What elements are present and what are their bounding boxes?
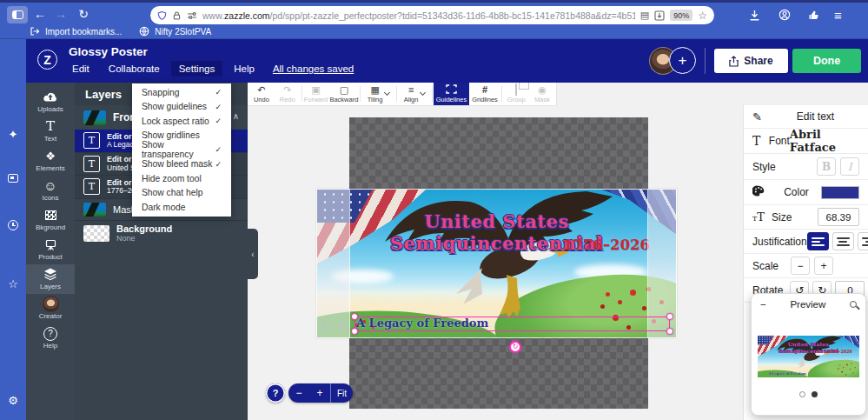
scale-down-button[interactable]: − — [791, 257, 810, 275]
account-button[interactable] — [779, 5, 791, 24]
menu-item-lock-aspect-ratio[interactable]: Lock aspect ratio✓ — [132, 114, 231, 129]
zoom-fit-button[interactable]: Fit — [331, 389, 353, 398]
menu-item-snapping[interactable]: Snapping✓ — [132, 85, 231, 100]
back-button[interactable]: ← — [31, 4, 49, 23]
redo-button[interactable]: ↷ Redo — [275, 83, 301, 105]
sidebar-toggle-button[interactable] — [7, 6, 28, 23]
panel-collapse-handle[interactable]: ‹ — [248, 229, 258, 279]
menu-item-show-transparency[interactable]: Show transparency✓ — [132, 143, 231, 157]
font-size-icon: TT — [752, 210, 772, 223]
done-button[interactable]: Done — [792, 49, 861, 73]
downloads-button[interactable] — [749, 5, 760, 24]
zoom-out-button[interactable]: − — [288, 387, 309, 399]
mask-button[interactable]: ◉ Mask — [529, 83, 555, 105]
forward-button[interactable]: ▣ Forward — [303, 83, 329, 105]
permissions-icon[interactable] — [187, 10, 197, 21]
refresh-button[interactable]: ↻ — [75, 4, 92, 23]
group-button[interactable]: Group — [503, 83, 529, 105]
bookmark-star-icon[interactable]: ☆ — [698, 10, 707, 21]
share-button[interactable]: Share — [714, 49, 788, 73]
font-row[interactable]: T Font Abril Fatface — [744, 129, 868, 154]
text-layer-icon: T — [83, 156, 100, 172]
scale-up-button[interactable]: + — [814, 257, 833, 275]
sidebar-item-background[interactable]: Bkground — [26, 205, 75, 235]
page-dot[interactable] — [812, 391, 818, 397]
bookmark-item[interactable]: Nifty 2SlotPVA — [155, 27, 211, 37]
sidebar-item-elements[interactable]: ❖ Elements — [26, 146, 75, 176]
sparkle-icon[interactable]: ✦ — [0, 128, 26, 141]
canvas[interactable]: ↶ Undo ↷ Redo ▣ Forward ▢ Backward — [248, 83, 743, 420]
app-menu-bar: Edit Collaborate Settings Help All chang… — [64, 61, 354, 77]
forward-button[interactable]: → — [52, 4, 70, 23]
justify-left-button[interactable] — [807, 232, 829, 250]
menu-settings[interactable]: Settings — [171, 61, 223, 77]
send-backward-icon: ▢ — [340, 84, 348, 95]
zoom-in-button[interactable]: + — [309, 387, 330, 399]
saved-status[interactable]: All changes saved — [273, 63, 354, 74]
add-collaborator-button[interactable]: + — [669, 47, 696, 74]
menu-help[interactable]: Help — [226, 61, 262, 77]
tab-manager-icon[interactable] — [0, 174, 26, 183]
text-layer-icon: T — [83, 178, 100, 195]
preview-thumbnail[interactable]: United States Semiquincentennial 1776–20… — [758, 336, 859, 377]
resize-handle-ne[interactable] — [666, 313, 673, 320]
font-value[interactable]: Abril Fatface — [790, 128, 859, 154]
preview-collapse-button[interactable]: − — [760, 299, 766, 310]
bold-button[interactable]: B — [817, 157, 836, 176]
selection-box[interactable] — [354, 317, 670, 331]
zoom-level-badge[interactable]: 90% — [670, 10, 692, 21]
magnifier-icon[interactable] — [850, 301, 857, 308]
settings-gear-icon[interactable]: ⚙ — [0, 394, 26, 407]
bookmarks-icon[interactable]: ☆ — [0, 277, 26, 290]
bookmark-import[interactable]: Import bookmarks... — [45, 27, 122, 37]
sidebar-item-layers[interactable]: Layers — [26, 264, 75, 294]
guidelines-button[interactable]: Guidelines — [434, 83, 468, 105]
align-button[interactable]: ≡ Align — [398, 83, 432, 105]
size-row[interactable]: TT Size — [744, 205, 868, 230]
save-page-icon[interactable] — [654, 10, 665, 21]
chevron-up-icon[interactable]: ∧ — [233, 111, 239, 121]
app-header: Z Glossy Poster Edit Collaborate Setting… — [26, 39, 868, 83]
menu-item-show-bleed-mask[interactable]: Show bleed mask✓ — [132, 157, 231, 172]
menu-edit[interactable]: Edit — [64, 61, 97, 77]
sidebar-item-help[interactable]: ? Help — [26, 323, 75, 353]
page-dot[interactable] — [799, 391, 805, 397]
lock-icon[interactable] — [172, 10, 182, 21]
gridlines-button[interactable]: # Gridlines — [469, 83, 501, 105]
edit-text-row[interactable]: ✎ Edit text — [744, 105, 868, 129]
menu-item-hide-zoom-tool[interactable]: Hide zoom tool — [132, 171, 231, 186]
size-input[interactable] — [818, 208, 859, 226]
backward-button[interactable]: ▢ Backward — [328, 83, 359, 105]
layer-row-background[interactable]: Background None — [75, 220, 248, 246]
menu-collaborate[interactable]: Collaborate — [101, 61, 168, 77]
resize-handle-nw[interactable] — [351, 313, 358, 320]
italic-button[interactable]: I — [840, 157, 859, 176]
menu-item-show-chat-help[interactable]: Show chat help — [132, 186, 231, 201]
reader-mode-icon[interactable]: ▤ — [640, 10, 649, 20]
resize-handle-sw[interactable] — [351, 328, 358, 335]
rotate-handle[interactable]: ↻ — [509, 341, 521, 353]
canvas-help-button[interactable]: ? — [266, 383, 285, 403]
shield-icon[interactable] — [157, 10, 167, 21]
history-icon[interactable] — [0, 220, 26, 230]
design-canvas[interactable]: United States Semiquincentennial 1776–20… — [317, 190, 676, 337]
design-years-text[interactable]: 1776–2026 — [563, 237, 650, 253]
sidebar-item-creator[interactable]: Creator — [26, 294, 75, 323]
undo-button[interactable]: ↶ Undo — [248, 83, 275, 105]
sidebar-item-product[interactable]: Product — [26, 235, 75, 264]
resize-handle-se[interactable] — [666, 328, 673, 335]
menu-item-show-guidelines[interactable]: Show guidelines✓ — [132, 100, 231, 115]
zazzle-logo[interactable]: Z — [37, 50, 57, 70]
color-row[interactable]: Color — [744, 180, 868, 205]
sidebar-item-icons[interactable]: ☺ Icons — [26, 176, 75, 205]
sidebar-item-text[interactable]: T Text — [26, 117, 75, 146]
menu-item-dark-mode[interactable]: Dark mode — [132, 200, 231, 215]
justify-center-button[interactable] — [832, 232, 854, 250]
justify-right-button[interactable] — [858, 232, 868, 250]
menu-button[interactable]: ≡ — [834, 5, 842, 24]
url-bar[interactable]: www.zazzle.com/pd/spp/pt-zazzle_perfectp… — [150, 6, 714, 24]
color-swatch[interactable] — [821, 186, 859, 199]
sidebar-item-uploads[interactable]: Uploads — [26, 87, 75, 117]
extension-icon[interactable] — [808, 5, 819, 24]
tiling-button[interactable]: ▦ Tiling — [361, 83, 395, 105]
